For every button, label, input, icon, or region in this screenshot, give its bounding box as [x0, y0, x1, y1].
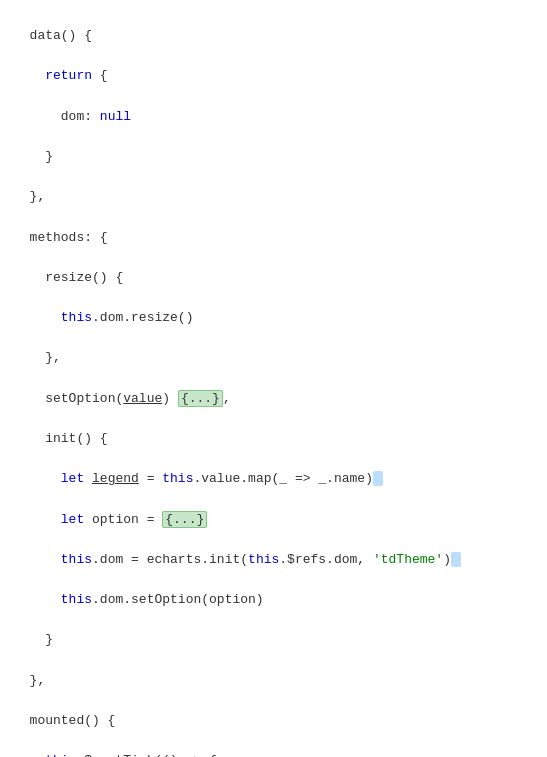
code-line: this.$nextTick(() => {: [14, 751, 539, 757]
code-line: return {: [14, 66, 539, 86]
code-line: },: [14, 187, 539, 207]
code-area: data() { return { dom: null } }, methods…: [0, 4, 547, 757]
code-line: this.dom = echarts.init(this.$refs.dom, …: [14, 550, 539, 570]
code-line: setOption(value) {...},: [14, 389, 539, 409]
code-line: methods: {: [14, 228, 539, 248]
code-line: let legend = this.value.map(_ => _.name): [14, 469, 539, 489]
code-line: }: [14, 630, 539, 650]
code-line: init() {: [14, 429, 539, 449]
code-line: },: [14, 671, 539, 691]
code-line: },: [14, 348, 539, 368]
code-line: mounted() {: [14, 711, 539, 731]
code-line: this.dom.setOption(option): [14, 590, 539, 610]
code-line: data() {: [14, 26, 539, 46]
code-line: }: [14, 147, 539, 167]
code-line: this.dom.resize(): [14, 308, 539, 328]
code-line: dom: null: [14, 107, 539, 127]
code-line: let option = {...}: [14, 510, 539, 530]
code-line: resize() {: [14, 268, 539, 288]
code-container: data() { return { dom: null } }, methods…: [0, 0, 547, 757]
